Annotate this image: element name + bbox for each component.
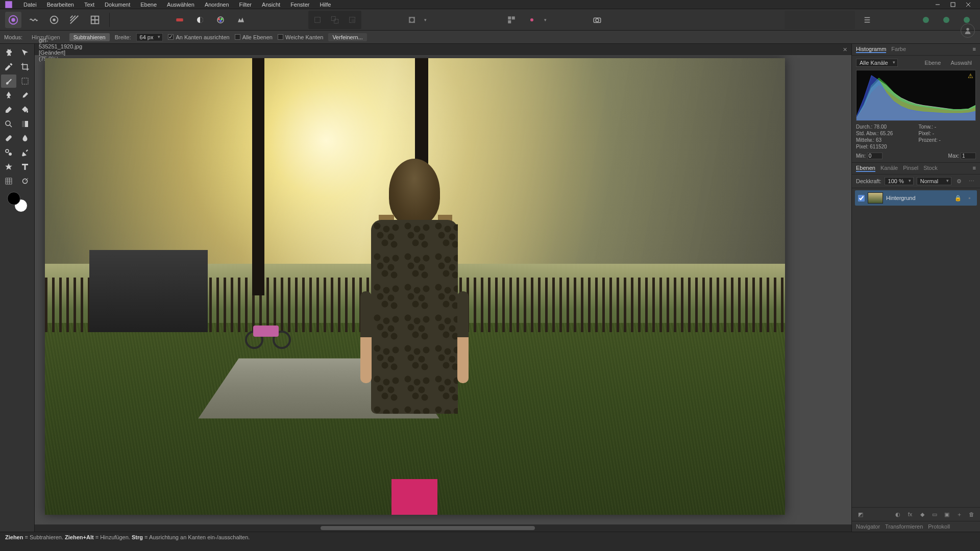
dropdown-icon[interactable]: ▾ (424, 17, 427, 22)
view-tool-icon[interactable] (1, 46, 16, 59)
text-tool-icon[interactable] (17, 160, 33, 173)
tab-histogram[interactable]: Histogramm (856, 46, 886, 53)
zoom-tool-icon[interactable] (1, 117, 16, 131)
soft-edges-checkbox[interactable]: Weiche Kanten (278, 34, 323, 40)
marquee-tool-icon[interactable] (17, 74, 33, 88)
tab-history[interactable]: Protokoll (928, 523, 950, 530)
opacity-input[interactable]: 100 % (885, 177, 914, 185)
blur-tool-icon[interactable] (17, 132, 33, 145)
menu-anordnen[interactable]: Anordnen (200, 1, 234, 9)
menu-ansicht[interactable]: Ansicht (257, 1, 285, 9)
tab-brushes[interactable]: Pinsel (903, 165, 918, 172)
delete-layer-icon[interactable]: 🗑 (967, 510, 976, 519)
window-close-button[interactable] (961, 1, 976, 9)
all-layers-checkbox[interactable]: Alle Ebenen (235, 34, 273, 40)
max-input[interactable] (961, 153, 976, 159)
selection-add-icon[interactable] (327, 12, 343, 28)
menu-ebene[interactable]: Ebene (135, 1, 162, 9)
layer-row[interactable]: Hintergrund 🔒 ∘ (855, 190, 977, 206)
menu-text[interactable]: Text (79, 1, 100, 9)
selection-new-icon[interactable] (309, 12, 326, 28)
min-input[interactable] (867, 153, 883, 159)
channel-select[interactable]: Alle Kanäle (856, 59, 898, 67)
pen-tool-icon[interactable] (17, 146, 33, 159)
menu-hilfe[interactable]: Hilfe (314, 1, 336, 9)
fill-tool-icon[interactable] (17, 103, 33, 116)
tab-transform[interactable]: Transformieren (885, 523, 923, 530)
export-persona-icon[interactable] (87, 12, 103, 28)
move-tool-icon[interactable] (17, 46, 33, 59)
tab-channels[interactable]: Kanäle (880, 165, 898, 172)
menu-datei[interactable]: Datei (18, 1, 42, 9)
tab-navigator[interactable]: Navigator (856, 523, 880, 530)
panel-menu-icon[interactable]: ≡ (973, 46, 976, 53)
develop-persona-icon[interactable] (46, 12, 62, 28)
cloud-sync-icon[interactable] (918, 12, 934, 28)
refine-button[interactable]: Verfeinern... (328, 33, 366, 41)
menu-dokument[interactable]: Dokument (100, 1, 135, 9)
camera-icon[interactable] (589, 12, 605, 28)
color-picker-tool-icon[interactable] (1, 60, 16, 73)
adjustment-layer-icon[interactable]: ◐ (893, 510, 902, 519)
add-layer-icon[interactable]: ＋ (954, 510, 964, 519)
dodge-tool-icon[interactable] (17, 174, 33, 188)
blend-mode-select[interactable]: Normal (917, 177, 951, 185)
menu-fenster[interactable]: Fenster (285, 1, 314, 9)
tab-layers[interactable]: Ebenen (856, 165, 875, 172)
align-icon[interactable] (524, 12, 540, 28)
menu-filter[interactable]: Filter (234, 1, 257, 9)
fx-layer-icon[interactable]: fx (905, 510, 915, 519)
flood-select-tool-icon[interactable] (1, 89, 16, 102)
horizontal-scrollbar[interactable] (35, 524, 851, 532)
gradient-tool-icon[interactable] (17, 117, 33, 131)
order-icon[interactable] (859, 12, 875, 28)
clone-tool-icon[interactable] (1, 146, 16, 159)
mask-layer-icon[interactable]: ◩ (856, 510, 865, 519)
scope-layer-button[interactable]: Ebene (921, 59, 945, 67)
layer-visibility-checkbox[interactable] (858, 195, 865, 202)
color-swatch[interactable] (7, 192, 28, 212)
group-layers-icon[interactable]: ▣ (942, 510, 951, 519)
menu-bearbeiten[interactable]: Bearbeiten (42, 1, 79, 9)
shape-tool-icon[interactable] (1, 160, 16, 173)
window-minimize-button[interactable] (930, 1, 945, 9)
width-input[interactable]: 64 px (136, 33, 163, 41)
quickmask-icon[interactable] (404, 12, 420, 28)
dropdown-icon[interactable]: ▾ (544, 17, 547, 22)
image-surface[interactable] (45, 58, 785, 515)
menu-auswaehlen[interactable]: Auswählen (162, 1, 200, 9)
snap-edges-checkbox[interactable]: ✓An Kanten ausrichten (168, 34, 229, 40)
tab-stock[interactable]: Stock (923, 165, 938, 172)
account-avatar-icon[interactable] (961, 23, 975, 38)
layer-link-icon[interactable]: ∘ (965, 193, 974, 203)
window-maximize-button[interactable] (945, 1, 961, 9)
layer-lock-icon[interactable]: 🔒 (953, 193, 963, 203)
selection-brush-tool-icon[interactable] (1, 74, 16, 88)
layer-more-icon[interactable]: ⋯ (967, 177, 976, 186)
foreground-color-swatch[interactable] (7, 192, 20, 205)
healing-tool-icon[interactable] (1, 132, 16, 145)
autowb-icon[interactable] (212, 12, 229, 28)
autolevels-icon[interactable] (233, 12, 249, 28)
paint-brush-tool-icon[interactable] (17, 89, 33, 102)
crop-tool-icon[interactable] (17, 60, 33, 73)
autocolor-icon[interactable] (172, 12, 188, 28)
tone-mapping-persona-icon[interactable] (66, 12, 83, 28)
live-filter-icon[interactable]: ◆ (918, 510, 927, 519)
document-tab[interactable]: girl-535251_1920.jpg [Geändert] (75,0%) … (35, 44, 851, 55)
autocontrast-icon[interactable] (192, 12, 208, 28)
tab-color[interactable]: Farbe (891, 46, 906, 53)
mesh-tool-icon[interactable] (1, 174, 16, 188)
canvas[interactable] (35, 55, 851, 524)
scope-selection-button[interactable]: Auswahl (946, 59, 976, 67)
close-tab-icon[interactable]: ✕ (843, 46, 847, 53)
add-mask-icon[interactable]: ▭ (930, 510, 939, 519)
layer-settings-icon[interactable]: ⚙ (954, 177, 964, 186)
arrange-icon[interactable] (503, 12, 520, 28)
panel-menu-icon[interactable]: ≡ (973, 165, 976, 172)
erase-tool-icon[interactable] (1, 103, 16, 116)
selection-subtract-icon[interactable] (344, 12, 360, 28)
liquify-persona-icon[interactable] (26, 12, 42, 28)
photo-persona-icon[interactable] (5, 12, 21, 28)
cloud-upload-icon[interactable] (938, 12, 954, 28)
